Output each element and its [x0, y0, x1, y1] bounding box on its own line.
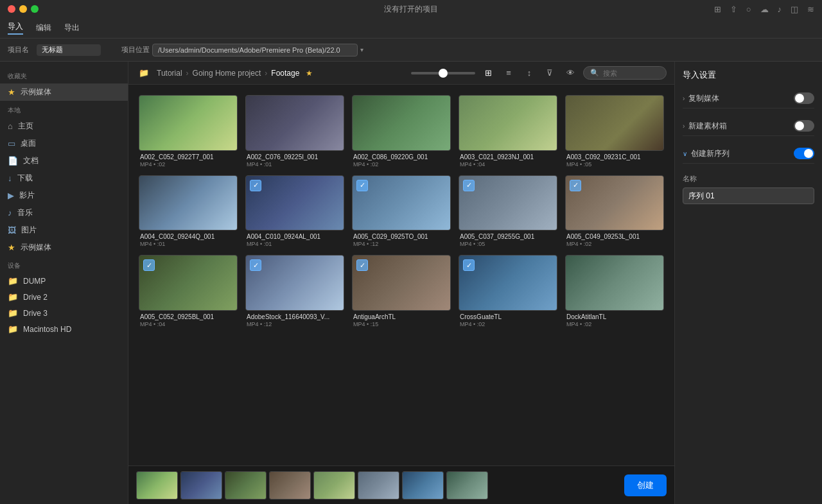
titlebar-title: 没有打开的项目: [384, 4, 438, 15]
chevron-right-icon: ›: [683, 123, 685, 130]
media-item[interactable]: A002_C076_09225I_001MP4 • :01: [245, 95, 344, 168]
sidebar-local-header: 本地: [0, 101, 128, 117]
new-bin-toggle[interactable]: [794, 120, 814, 132]
sidebar-item-desktop[interactable]: ▭ 桌面: [0, 135, 128, 152]
breadcrumb-tutorial[interactable]: Tutorial: [157, 69, 182, 78]
filmstrip-thumb[interactable]: [136, 471, 178, 500]
filmstrip-thumb[interactable]: [269, 471, 311, 500]
grid-view-button[interactable]: ⊞: [480, 65, 496, 81]
sidebar-item-drive2[interactable]: 📁 Drive 2: [0, 289, 128, 305]
nav-item-edit[interactable]: 编辑: [36, 22, 51, 33]
media-checkbox[interactable]: [250, 259, 261, 271]
filmstrip-thumb[interactable]: [225, 471, 267, 500]
media-checkbox[interactable]: [250, 180, 261, 191]
media-checkbox[interactable]: [570, 180, 581, 191]
media-item[interactable]: CrossGuateTLMP4 • :02: [459, 255, 557, 327]
search-box[interactable]: 🔍: [583, 66, 667, 80]
zoom-slider[interactable]: [411, 72, 475, 74]
location-input[interactable]: [152, 44, 358, 56]
filmstrip: 创建: [128, 465, 674, 504]
filmstrip-thumb[interactable]: [358, 471, 399, 500]
list-view-button[interactable]: ≡: [501, 65, 516, 81]
media-item[interactable]: A004_C002_09244Q_001MP4 • :01: [139, 175, 238, 248]
filmstrip-thumb[interactable]: [180, 471, 222, 500]
filmstrip-thumb[interactable]: [313, 471, 355, 500]
favorite-star-icon[interactable]: ★: [306, 69, 313, 78]
back-folder-icon[interactable]: 📁: [136, 65, 152, 81]
filmstrip-thumb[interactable]: [402, 471, 444, 500]
close-button[interactable]: [8, 5, 15, 13]
copy-media-toggle[interactable]: [794, 92, 814, 104]
media-checkbox[interactable]: [463, 180, 475, 191]
media-meta: MP4 • :01: [247, 241, 343, 247]
sidebar-item-label: 桌面: [21, 138, 36, 149]
search-icon: 🔍: [590, 69, 599, 77]
media-item[interactable]: AdobeStock_116640093_V...MP4 • :12: [245, 255, 344, 327]
media-meta: MP4 • :02: [566, 241, 663, 247]
create-button[interactable]: 创建: [624, 474, 667, 496]
media-meta: MP4 • :12: [353, 241, 450, 247]
media-checkbox[interactable]: [356, 180, 368, 191]
media-meta: MP4 • :05: [566, 161, 663, 168]
content-area: 📁 Tutorial › Going Home project › Footag…: [128, 62, 674, 504]
sidebar-item-pictures[interactable]: 🖼 图片: [0, 222, 128, 239]
media-item[interactable]: A004_C010_0924AL_001MP4 • :01: [245, 175, 344, 248]
location-dropdown-arrow[interactable]: ▾: [360, 46, 363, 53]
media-item[interactable]: A005_C037_09255G_001MP4 • :05: [459, 175, 557, 248]
sidebar-item-documents[interactable]: 📄 文档: [0, 152, 128, 169]
filter-button[interactable]: ⊽: [542, 65, 557, 81]
media-meta: MP4 • :02: [460, 321, 556, 327]
media-item[interactable]: AntiguaArchTLMP4 • :15: [352, 255, 451, 327]
sidebar-item-sample-media[interactable]: ★ 示例媒体: [0, 239, 128, 256]
breadcrumb-footage[interactable]: Footage: [271, 69, 299, 78]
sidebar-item-label: DUMP: [23, 277, 46, 286]
eye-button[interactable]: 👁: [563, 65, 578, 81]
media-checkbox[interactable]: [356, 259, 368, 271]
media-meta: MP4 • :15: [353, 321, 450, 327]
search-input[interactable]: [603, 69, 660, 77]
media-item[interactable]: A003_C021_0923NJ_001MP4 • :04: [459, 95, 557, 168]
media-name: A004_C002_09244Q_001: [140, 233, 236, 240]
minimize-button[interactable]: [19, 5, 27, 13]
sidebar-item-label: 图片: [21, 225, 37, 236]
project-name-input[interactable]: [37, 44, 101, 56]
media-name: A003_C092_09231C_001: [566, 153, 663, 161]
new-sequence-toggle[interactable]: [794, 148, 814, 159]
media-name: A005_C052_0925BL_001: [140, 313, 236, 320]
sequence-name-section: 名称: [683, 171, 814, 204]
media-item[interactable]: A005_C052_0925BL_001MP4 • :04: [139, 255, 238, 327]
media-item[interactable]: DockAtitlanTLMP4 • :02: [565, 255, 664, 327]
nav-item-import[interactable]: 导入: [8, 21, 23, 35]
sort-button[interactable]: ↕: [521, 65, 537, 81]
titlebar-icon-panels: ◫: [791, 4, 798, 14]
maximize-button[interactable]: [31, 5, 39, 13]
titlebar: 没有打开的项目 ⊞ ⇧ ○ ☁ ♪ ◫ ≋: [0, 0, 822, 18]
media-item[interactable]: A005_C049_09253L_001MP4 • :02: [565, 175, 664, 248]
sequence-name-input[interactable]: [683, 187, 814, 204]
nav-item-export[interactable]: 导出: [64, 22, 80, 33]
titlebar-icon-music: ♪: [778, 4, 782, 14]
breadcrumb-going-home[interactable]: Going Home project: [193, 69, 261, 78]
media-name: AdobeStock_116640093_V...: [247, 313, 343, 320]
sidebar-item-music[interactable]: ♪ 音乐: [0, 204, 128, 222]
media-name: A004_C010_0924AL_001: [247, 233, 343, 240]
sidebar-item-macintosh-hd[interactable]: 📁 Macintosh HD: [0, 321, 128, 337]
media-item[interactable]: A005_C029_0925TO_001MP4 • :12: [352, 175, 451, 248]
sidebar-item-downloads[interactable]: ↓ 下载: [0, 169, 128, 187]
folder-icon: ▭: [8, 139, 15, 148]
media-meta: MP4 • :12: [247, 321, 343, 327]
media-item[interactable]: A002_C086_09220G_001MP4 • :02: [352, 95, 451, 168]
media-checkbox[interactable]: [463, 259, 475, 271]
sidebar-item-movies[interactable]: ▶ 影片: [0, 187, 128, 204]
filmstrip-thumb[interactable]: [446, 471, 488, 500]
media-name: A005_C037_09255G_001: [460, 233, 556, 240]
media-item[interactable]: A002_C052_0922T7_001MP4 • :02: [139, 95, 238, 168]
sidebar-item-label: 下载: [17, 173, 33, 184]
media-checkbox[interactable]: [143, 259, 155, 271]
sidebar-item-sample-media-collections[interactable]: ★ 示例媒体: [0, 83, 128, 101]
right-panel: 导入设置 › 复制媒体 › 新建素材箱 ∨ 创建新序列: [674, 62, 822, 504]
sidebar-item-dump[interactable]: 📁 DUMP: [0, 273, 128, 289]
sidebar-item-home[interactable]: ⌂ 主页: [0, 117, 128, 135]
media-item[interactable]: A003_C092_09231C_001MP4 • :05: [565, 95, 664, 168]
sidebar-item-drive3[interactable]: 📁 Drive 3: [0, 305, 128, 321]
